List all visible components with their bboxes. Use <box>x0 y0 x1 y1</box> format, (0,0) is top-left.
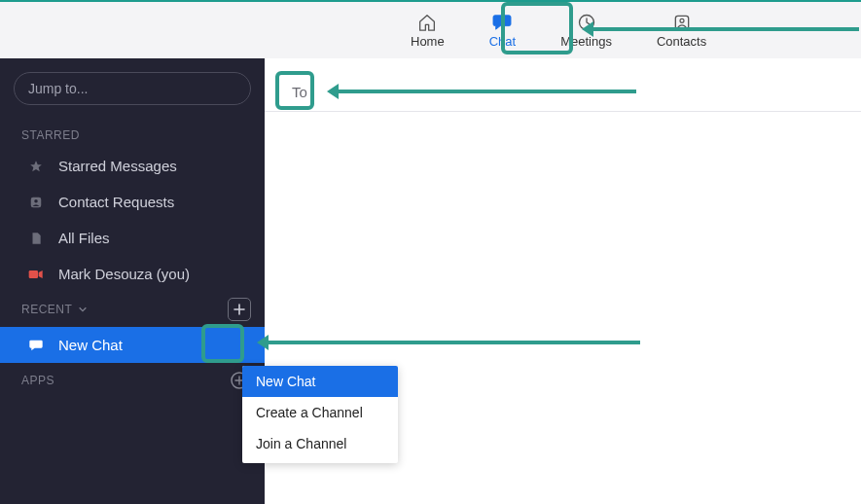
sidebar-item-all-files[interactable]: All Files <box>0 220 265 256</box>
video-icon <box>27 269 45 280</box>
section-apps-label: APPS <box>21 374 54 387</box>
sidebar-item-new-chat[interactable]: New Chat <box>0 327 265 363</box>
chat-icon <box>491 13 513 32</box>
nav-contacts-label: Contacts <box>657 34 706 49</box>
sidebar-item-label: Contact Requests <box>58 194 174 210</box>
home-icon <box>416 13 438 32</box>
svg-point-4 <box>34 199 38 203</box>
sidebar-item-starred-messages[interactable]: Starred Messages <box>0 148 265 184</box>
nav-items: Home Chat Meetings Contacts <box>405 9 712 53</box>
nav-meetings[interactable]: Meetings <box>555 9 618 53</box>
compose-to-label: To <box>292 84 307 100</box>
top-nav: Home Chat Meetings Contacts <box>0 0 861 58</box>
nav-chat-label: Chat <box>489 34 516 49</box>
svg-point-2 <box>680 18 684 22</box>
sidebar-item-self-contact[interactable]: Mark Desouza (you) <box>0 256 265 292</box>
section-starred-header[interactable]: STARRED <box>0 123 265 148</box>
menu-item-join-channel[interactable]: Join a Channel <box>242 428 398 459</box>
chevron-down-icon <box>78 303 88 316</box>
nav-home-label: Home <box>411 34 445 49</box>
chat-bubble-icon <box>27 339 45 352</box>
jump-to-placeholder: Jump to... <box>28 81 88 96</box>
sidebar-item-label: Mark Desouza (you) <box>58 266 190 282</box>
menu-item-create-channel[interactable]: Create a Channel <box>242 397 398 428</box>
add-recent-button[interactable] <box>228 298 251 321</box>
sidebar-item-label: All Files <box>58 230 110 246</box>
nav-contacts[interactable]: Contacts <box>651 9 712 53</box>
jump-to-input[interactable]: Jump to... <box>14 72 251 105</box>
svg-rect-5 <box>29 270 38 278</box>
nav-chat[interactable]: Chat <box>484 9 521 53</box>
nav-meetings-label: Meetings <box>560 34 612 49</box>
section-apps-header[interactable]: APPS <box>0 363 265 398</box>
section-recent-label: RECENT <box>21 303 72 316</box>
star-icon <box>27 160 45 173</box>
section-starred-label: STARRED <box>21 128 80 142</box>
contact-request-icon <box>27 196 45 209</box>
sidebar: Jump to... STARRED Starred Messages Cont… <box>0 58 265 504</box>
annotation-arrow-plus <box>267 341 640 344</box>
meetings-icon <box>576 13 597 32</box>
sidebar-item-label: New Chat <box>58 337 123 353</box>
menu-item-new-chat[interactable]: New Chat <box>242 366 398 397</box>
sidebar-item-contact-requests[interactable]: Contact Requests <box>0 184 265 220</box>
section-recent-header[interactable]: RECENT <box>0 292 265 327</box>
recent-context-menu: New Chat Create a Channel Join a Channel <box>242 366 398 463</box>
files-icon <box>27 232 45 245</box>
sidebar-item-label: Starred Messages <box>58 158 177 174</box>
plus-icon <box>233 303 246 316</box>
nav-home[interactable]: Home <box>405 9 450 53</box>
contacts-icon <box>671 13 693 32</box>
divider <box>265 111 861 112</box>
compose-to-bar[interactable]: To <box>265 72 861 111</box>
